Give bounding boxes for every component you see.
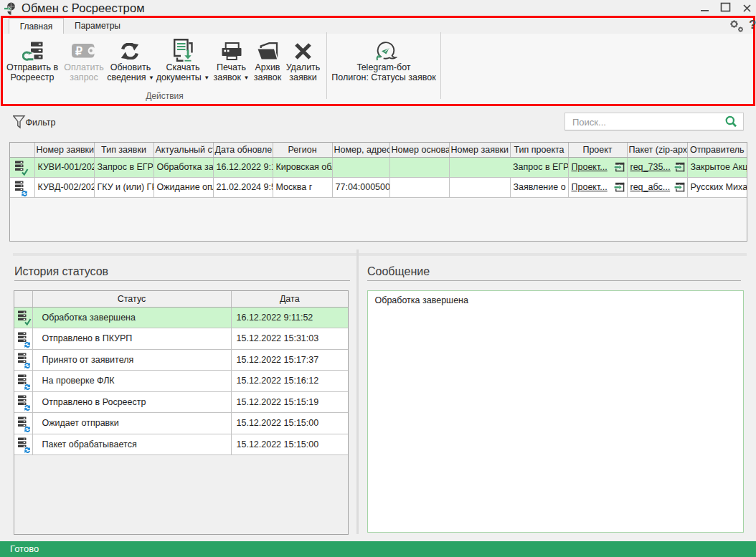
svg-text:₽: ₽ — [75, 45, 82, 57]
